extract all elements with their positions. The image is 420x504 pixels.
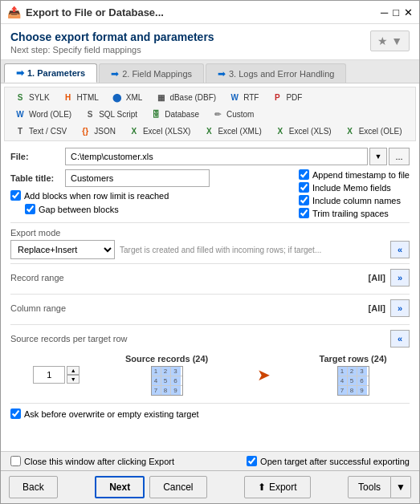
source-records-section: Source records per target row « ▲ ▼ S [10,324,410,399]
file-input-row: ▼ ... [65,148,410,165]
custom-icon: ✏ [211,108,224,120]
minimize-btn[interactable]: ─ [381,6,388,18]
grid-row-2: 4 5 6 [152,376,182,386]
gap-between-row: Gap between blocks [25,204,291,214]
sylk-icon: S [14,91,27,103]
append-timestamp-label: Append timestamp to file [312,170,410,180]
export-mode-desc: Target is created and filled with incomi… [120,246,385,254]
tab-parameters-label: 1. Parameters [27,68,85,78]
open-target-checkbox[interactable] [247,456,257,466]
append-timestamp-checkbox[interactable] [299,169,309,180]
export-icon-btn: ⬆ [258,482,266,493]
format-xml[interactable]: ⬤ XML [105,89,149,105]
column-range-label: Column range [10,303,66,313]
spinner-input[interactable] [33,366,65,384]
include-column-names-checkbox[interactable] [299,195,309,205]
maximize-btn[interactable]: □ [393,6,399,18]
record-range-expand-btn[interactable]: » [390,269,410,287]
close-btn[interactable]: ✕ [404,6,413,18]
text-csv-label: Text / CSV [29,127,67,136]
format-toolbar: S SYLK H HTML ⬤ XML ▦ dBase (DBF) W RT [4,87,416,141]
export-label: Export [269,482,297,493]
trim-trailing-checkbox[interactable] [299,208,309,218]
close-window-checkbox[interactable] [10,456,21,466]
tabs-row: ➡ 1. Parameters ➡ 2. Field Mappings ➡ 3.… [1,60,419,83]
export-mode-select[interactable]: Replace+Insert [10,240,115,259]
open-target-text: Open target after successful exporting [260,457,410,466]
tab-field-mappings[interactable]: ➡ 2. Field Mappings [99,63,204,83]
target-cell-3-1: 7 [338,386,348,395]
target-grid: 1 2 3 4 5 6 7 8 [337,366,369,396]
export-mode-expand-btn[interactable]: « [390,241,410,258]
star-button[interactable]: ★ ▼ [370,30,410,51]
tools-dropdown-btn[interactable]: ▼ [391,476,411,498]
ask-overwrite-row: Ask before overwrite or empty existing t… [10,403,410,419]
cell-1-2: 2 [161,367,171,376]
export-mode-section: Export mode Replace+Insert Target is cre… [10,222,410,259]
format-custom[interactable]: ✏ Custom [206,106,259,122]
cell-1-3: 3 [171,367,181,376]
back-button[interactable]: Back [9,476,58,498]
format-excel-xlsx[interactable]: X Excel (XLSX) [122,123,196,139]
header-title: Choose export format and parameters [10,30,214,43]
file-row: File: ▼ ... [10,148,410,165]
source-records-expand-btn[interactable]: « [390,330,410,348]
open-target-label[interactable]: Open target after successful exporting [247,456,410,466]
format-pdf[interactable]: P PDF [265,89,308,105]
format-text-csv[interactable]: T Text / CSV [8,123,72,139]
format-word[interactable]: W Word (OLE) [8,106,77,122]
file-dropdown-btn[interactable]: ▼ [369,148,387,165]
trim-trailing-label: Trim trailing spaces [312,209,389,218]
column-range-expand-btn[interactable]: » [390,299,410,317]
content-area: S SYLK H HTML ⬤ XML ▦ dBase (DBF) W RT [1,83,419,451]
format-row-3: T Text / CSV {} JSON X Excel (XLSX) X Ex… [8,123,412,139]
left-col: Table title: Add blocks when row limit i… [10,169,291,218]
cell-1-1: 1 [152,367,161,376]
format-dbase[interactable]: ▦ dBase (DBF) [149,89,222,105]
file-path-input[interactable] [65,148,368,165]
format-sylk[interactable]: S SYLK [8,89,55,105]
cell-3-2: 8 [161,386,171,395]
export-button[interactable]: ⬆ Export [244,476,311,498]
tab-logs-label: 3. Logs and Error Handling [229,69,334,79]
right-col: Append timestamp to file Include Memo fi… [299,169,410,218]
html-icon: H [62,91,75,103]
table-title-input[interactable] [65,169,210,187]
two-col-section: Table title: Add blocks when row limit i… [10,169,410,218]
html-label: HTML [77,93,99,102]
include-column-names-row: Include column names [299,195,410,205]
spinner-up-btn[interactable]: ▲ [67,366,80,375]
add-blocks-checkbox[interactable] [10,190,21,201]
window-title: Export to File or Database... [26,6,164,18]
close-window-label[interactable]: Close this window after clicking Export [10,456,174,466]
target-cell-3-3: 9 [357,386,367,395]
record-range-value: [All] [369,273,385,282]
tools-group: Tools ▼ [348,476,411,498]
include-memo-checkbox[interactable] [299,182,309,193]
tab-parameters[interactable]: ➡ 1. Parameters [4,63,97,83]
file-browse-btn[interactable]: ... [389,148,410,165]
format-database[interactable]: 🗄 Database [144,106,205,122]
format-excel-xls[interactable]: X Excel (XLS) [268,123,337,139]
cancel-button[interactable]: Cancel [149,476,206,498]
gap-between-checkbox[interactable] [25,204,35,214]
spinner-down-btn[interactable]: ▼ [67,375,80,384]
excel-xml-icon: X [202,125,215,136]
text-csv-icon: T [14,125,27,136]
excel-xls-label: Excel (XLS) [289,127,332,136]
ask-overwrite-checkbox[interactable] [10,408,21,419]
tab-logs[interactable]: ➡ 3. Logs and Error Handling [206,63,346,83]
format-html[interactable]: H HTML [56,89,104,105]
format-rtf[interactable]: W RTF [222,89,264,105]
next-button[interactable]: Next [95,476,145,498]
tools-button[interactable]: Tools [348,476,391,498]
target-rows-col-label: Target rows (24) [320,354,387,364]
format-json[interactable]: {} JSON [73,123,121,139]
format-excel-xml[interactable]: X Excel (XML) [197,123,267,139]
dbase-label: dBase (DBF) [169,93,216,102]
target-grid-row-2: 4 5 6 [338,376,369,386]
column-range-value: [All] [369,303,385,313]
target-cell-2-2: 5 [348,376,357,385]
format-sql[interactable]: S SQL Script [78,106,143,122]
format-excel-ole[interactable]: X Excel (OLE) [338,123,408,139]
